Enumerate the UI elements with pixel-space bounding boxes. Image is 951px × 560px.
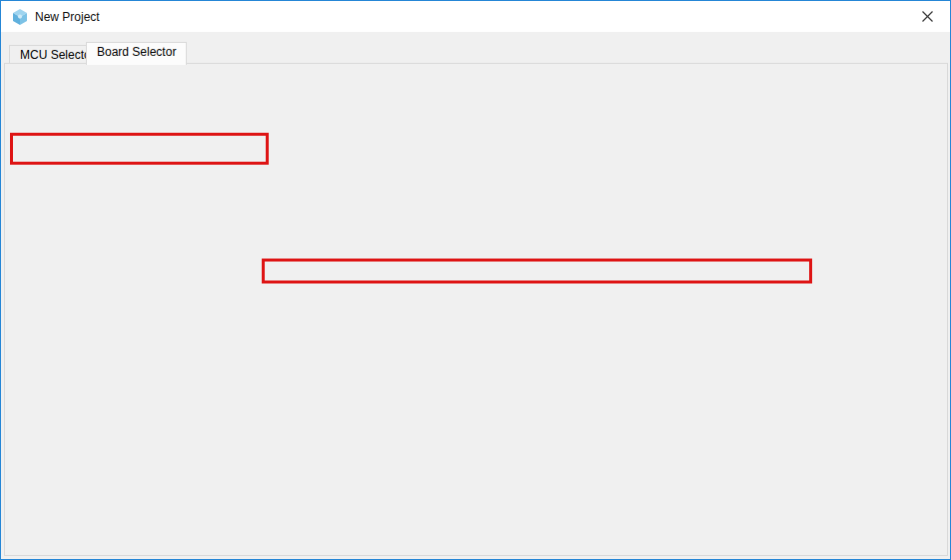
window-title: New Project: [35, 10, 100, 24]
title-bar: New Project: [1, 1, 950, 32]
cubemx-app-icon: [11, 8, 29, 26]
close-button[interactable]: [905, 1, 950, 32]
tab-content-pane: [4, 63, 948, 556]
close-icon: [922, 11, 933, 22]
new-project-dialog: New Project MCU Selector Board Selector …: [0, 0, 951, 560]
tab-board-selector[interactable]: Board Selector: [86, 42, 187, 65]
